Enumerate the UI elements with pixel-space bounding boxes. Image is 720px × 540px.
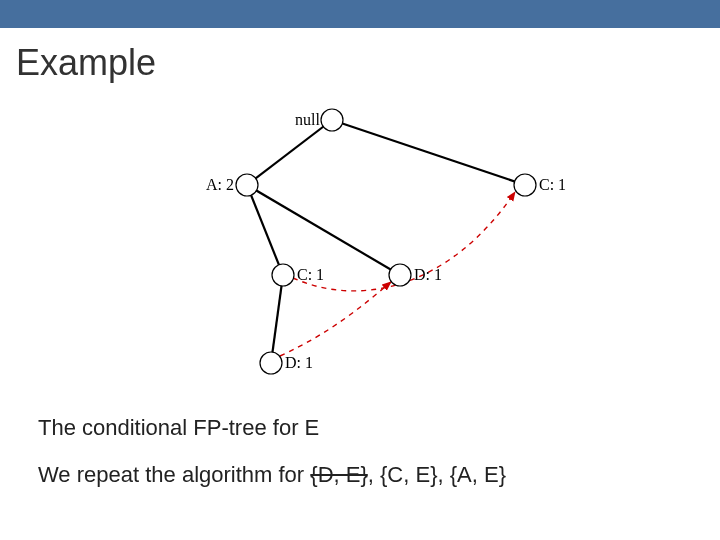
title-top-band: [0, 0, 720, 28]
edge-root-A: [247, 120, 332, 185]
node-root: [321, 109, 343, 131]
edge-root-Cright: [332, 120, 525, 185]
fp-tree-diagram: null A: 2 C: 1 C: 1 D: 1 D: 1: [0, 98, 720, 398]
node-C-left-label: C: 1: [297, 266, 324, 283]
slide-title: Example: [16, 42, 156, 84]
caption-repeat-post: , {C, E}, {A, E}: [368, 462, 506, 487]
link-D-D: [280, 282, 391, 356]
node-A: [236, 174, 258, 196]
node-root-label: null: [295, 111, 320, 128]
node-C-right-label: C: 1: [539, 176, 566, 193]
caption-conditional-tree: The conditional FP-tree for E: [38, 415, 319, 441]
node-C-right: [514, 174, 536, 196]
node-D-right: [389, 264, 411, 286]
caption-repeat-algorithm: We repeat the algorithm for {D, E}, {C, …: [38, 462, 506, 488]
node-A-label: A: 2: [206, 176, 234, 193]
edge-A-Dright: [247, 185, 400, 275]
caption-repeat-strike: {D, E}: [310, 462, 367, 487]
node-D-left: [260, 352, 282, 374]
node-C-left: [272, 264, 294, 286]
edge-A-Cleft: [247, 185, 283, 275]
edge-Cleft-Dleft: [271, 275, 283, 363]
caption-repeat-pre: We repeat the algorithm for: [38, 462, 310, 487]
node-D-right-label: D: 1: [414, 266, 442, 283]
node-D-left-label: D: 1: [285, 354, 313, 371]
